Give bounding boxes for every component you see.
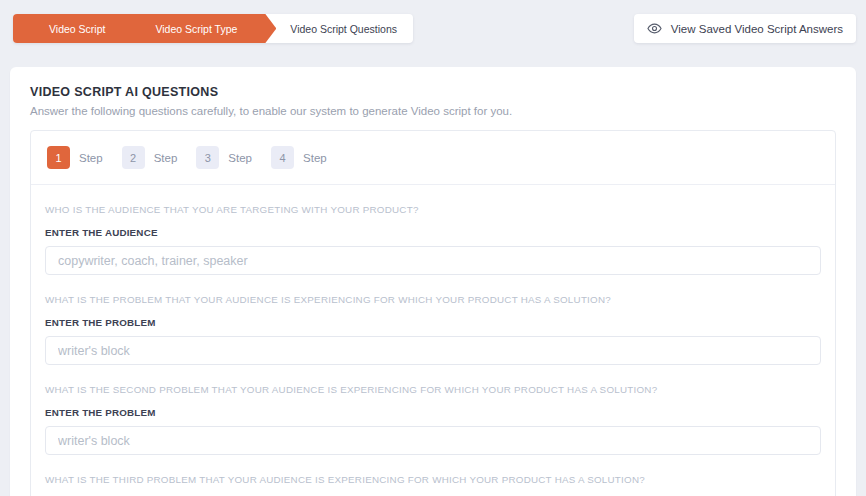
question-block: WHAT IS THE PROBLEM THAT YOUR AUDIENCE I…	[45, 294, 821, 365]
eye-icon	[647, 21, 662, 36]
step-item[interactable]: 2 Step	[122, 146, 178, 169]
questions-box: 1 Step 2 Step 3 Step 4 Step WHO IS THE A…	[30, 130, 836, 496]
view-saved-answers-button[interactable]: View Saved Video Script Answers	[634, 14, 856, 43]
answer-input[interactable]	[45, 426, 821, 455]
step-label: Step	[79, 152, 103, 164]
page-title: VIDEO SCRIPT AI QUESTIONS	[30, 85, 836, 99]
step-number: 3	[196, 146, 219, 169]
step-label: Step	[228, 152, 252, 164]
step-number: 2	[122, 146, 145, 169]
question-text: WHAT IS THE THIRD PROBLEM THAT YOUR AUDI…	[45, 474, 821, 485]
answer-input[interactable]	[45, 336, 821, 365]
page-subtitle: Answer the following questions carefully…	[30, 105, 836, 117]
step-label: Step	[303, 152, 327, 164]
question-block: WHO IS THE AUDIENCE THAT YOU ARE TARGETI…	[45, 204, 821, 275]
step-number: 1	[47, 146, 70, 169]
steps-row: 1 Step 2 Step 3 Step 4 Step	[31, 131, 835, 185]
step-item[interactable]: 4 Step	[271, 146, 327, 169]
breadcrumb-active-segment: Video Script Video Script Type	[13, 14, 276, 43]
view-saved-answers-label: View Saved Video Script Answers	[671, 23, 843, 35]
answer-input[interactable]	[45, 246, 821, 275]
question-block: WHAT IS THE SECOND PROBLEM THAT YOUR AUD…	[45, 384, 821, 455]
step-item[interactable]: 1 Step	[47, 146, 103, 169]
topbar: Video Script Video Script Type Video Scr…	[0, 0, 866, 43]
questions-list: WHO IS THE AUDIENCE THAT YOU ARE TARGETI…	[31, 204, 835, 496]
step-number: 4	[271, 146, 294, 169]
video-script-questions-panel: VIDEO SCRIPT AI QUESTIONS Answer the fol…	[10, 67, 856, 496]
question-text: WHAT IS THE SECOND PROBLEM THAT YOUR AUD…	[45, 384, 821, 395]
breadcrumb-item-video-script-type[interactable]: Video Script Type	[151, 23, 241, 35]
question-block: WHAT IS THE THIRD PROBLEM THAT YOUR AUDI…	[45, 474, 821, 496]
step-label: Step	[154, 152, 178, 164]
question-text: WHO IS THE AUDIENCE THAT YOU ARE TARGETI…	[45, 204, 821, 215]
question-text: WHAT IS THE PROBLEM THAT YOUR AUDIENCE I…	[45, 294, 821, 305]
input-label: ENTER THE AUDIENCE	[45, 227, 821, 238]
breadcrumb: Video Script Video Script Type Video Scr…	[13, 14, 413, 43]
input-label: ENTER THE PROBLEM	[45, 317, 821, 328]
breadcrumb-item-video-script[interactable]: Video Script	[45, 23, 109, 35]
input-label: ENTER THE PROBLEM	[45, 407, 821, 418]
step-item[interactable]: 3 Step	[196, 146, 252, 169]
breadcrumb-item-video-script-questions: Video Script Questions	[276, 14, 413, 43]
